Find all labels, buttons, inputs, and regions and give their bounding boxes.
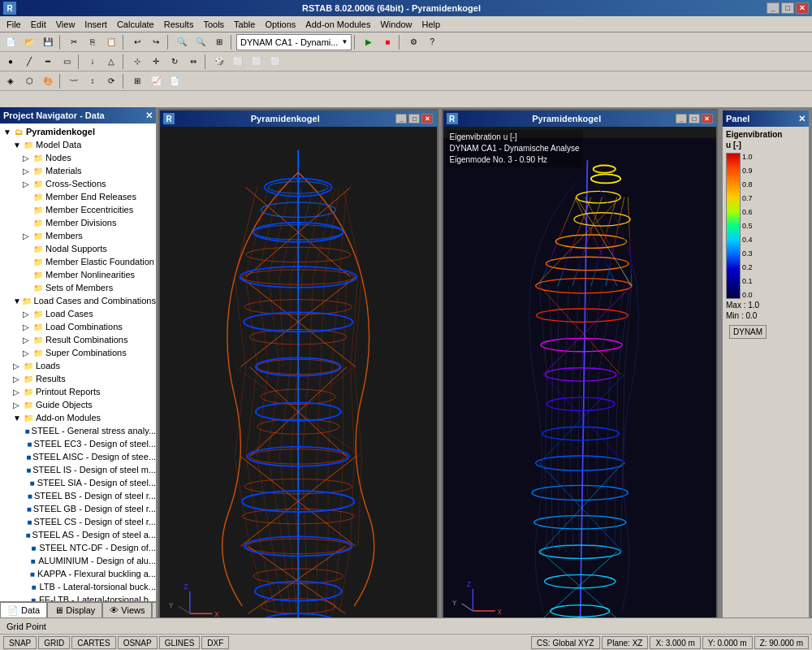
snap-button[interactable]: SNAP (3, 636, 37, 649)
tree-model-data[interactable]: ▼ 📁 Model Data (0, 138, 156, 151)
menu-options[interactable]: Options (260, 18, 300, 31)
tb-zoom-in[interactable]: 🔍 (173, 34, 191, 50)
left-vp-max[interactable]: □ (408, 114, 420, 124)
cartes-button[interactable]: CARTES (71, 636, 115, 649)
tree-results[interactable]: ▷ 📁 Results (0, 372, 156, 385)
left-vp-min[interactable]: _ (395, 114, 407, 124)
expand-nodes[interactable]: ▷ (23, 154, 32, 162)
tb2-top[interactable]: ⬜ (266, 54, 284, 70)
tb-help[interactable]: ? (423, 34, 441, 50)
sidebar-tree[interactable]: ▼ 🗂 Pyramidenkogel ▼ 📁 Model Data ▷ 📁 No… (0, 124, 156, 601)
expand-materials[interactable]: ▷ (23, 167, 32, 176)
tree-materials[interactable]: ▷ 📁 Materials (0, 164, 156, 177)
tree-load-combinations[interactable]: ▷ 📁 Load Combinations (0, 320, 156, 333)
expand-results[interactable]: ▷ (13, 375, 23, 384)
tb2-loads[interactable]: ↓ (84, 54, 102, 70)
tree-sets-of-members[interactable]: 📁 Sets of Members (0, 281, 156, 294)
expand-rc[interactable]: ▷ (23, 336, 32, 344)
left-vp-canvas[interactable]: X Z Y (160, 127, 437, 650)
tree-steel-gb[interactable]: ■ STEEL GB - Design of steel r... (0, 502, 156, 515)
tree-member-eccentricities[interactable]: 📁 Member Eccentricities (0, 203, 156, 216)
tb2-front[interactable]: ⬜ (229, 54, 247, 70)
tb2-view3d[interactable]: 🎲 (210, 54, 228, 70)
tree-steel-ec3[interactable]: ■ STEEL EC3 - Design of steel... (0, 437, 156, 450)
menu-calculate[interactable]: Calculate (112, 18, 159, 31)
expand-loads[interactable]: ▷ (13, 362, 23, 370)
expand-printout[interactable]: ▷ (13, 388, 23, 396)
tb-undo[interactable]: ↩ (128, 34, 146, 50)
tab-views[interactable]: 👁 Views (102, 602, 152, 618)
tb-cut[interactable]: ✂ (65, 34, 83, 50)
expand-members[interactable]: ▷ (23, 232, 32, 240)
tree-steel-is[interactable]: ■ STEEL IS - Design of steel m... (0, 463, 156, 476)
expand-lcc[interactable]: ▼ (13, 297, 22, 306)
tb3-table[interactable]: ⊞ (128, 73, 146, 89)
tab-data[interactable]: 📄 Data (0, 602, 47, 618)
close-button[interactable]: ✕ (796, 2, 809, 14)
tree-cross-sections[interactable]: ▷ 📁 Cross-Sections (0, 177, 156, 190)
menu-window[interactable]: Window (375, 18, 417, 31)
minimize-button[interactable]: _ (767, 2, 780, 14)
tb2-nodes[interactable]: ● (2, 54, 19, 70)
tree-fe-ltb[interactable]: ■ FE-LTB - Lateral-torsional b... (0, 593, 156, 601)
tree-steel-bs[interactable]: ■ STEEL BS - Design of steel r... (0, 489, 156, 502)
tree-steel-sia[interactable]: ■ STEEL SIA - Design of steel... (0, 476, 156, 489)
tb-copy[interactable]: ⎘ (84, 34, 102, 50)
osnap-button[interactable]: OSNAP (118, 636, 158, 649)
right-vp-close[interactable]: ✕ (702, 114, 713, 124)
tree-addons[interactable]: ▼ 📁 Add-on Modules (0, 411, 156, 424)
tree-steel-cs[interactable]: ■ STEEL CS - Design of steel r... (0, 515, 156, 528)
tree-aluminium[interactable]: ■ ALUMINIUM - Design of alu... (0, 554, 156, 567)
menu-help[interactable]: Help (417, 18, 446, 31)
tb2-surfaces[interactable]: ▭ (58, 54, 76, 70)
menu-results[interactable]: Results (159, 18, 199, 31)
tb3-wire[interactable]: ⬡ (20, 73, 38, 89)
tb-run[interactable]: ▶ (360, 34, 378, 50)
tb-save[interactable]: 💾 (39, 34, 57, 50)
expand-addons[interactable]: ▼ (13, 414, 23, 422)
tree-loads[interactable]: ▷ 📁 Loads (0, 359, 156, 372)
tb-settings[interactable]: ⚙ (404, 34, 422, 50)
tb3-report[interactable]: 📄 (166, 73, 184, 89)
expand-lco[interactable]: ▷ (23, 323, 32, 332)
tb2-rotate[interactable]: ↻ (166, 54, 184, 70)
tree-load-cases[interactable]: ▷ 📁 Load Cases (0, 307, 156, 320)
maximize-button[interactable]: □ (781, 2, 794, 14)
tb-stop[interactable]: ■ (378, 34, 396, 50)
tree-members[interactable]: ▷ 📁 Members (0, 229, 156, 242)
right-vp-max[interactable]: □ (689, 114, 700, 124)
tree-root[interactable]: ▼ 🗂 Pyramidenkogel (0, 125, 156, 138)
tree-super-combinations[interactable]: ▷ 📁 Super Combinations (0, 346, 156, 359)
tb-zoom-all[interactable]: ⊞ (210, 34, 228, 50)
tree-lcc[interactable]: ▼ 📁 Load Cases and Combinations (0, 294, 156, 307)
menu-view[interactable]: View (51, 18, 80, 31)
tb-paste[interactable]: 📋 (102, 34, 120, 50)
right-vp-canvas[interactable]: Eigenvibration u [-] DYNAM CA1 - Dynamis… (443, 127, 717, 650)
load-case-dropdown[interactable]: DYNAM CA1 - Dynami... ▼ (236, 34, 352, 50)
tree-nodal-supports[interactable]: 📁 Nodal Supports (0, 242, 156, 255)
expand-lc[interactable]: ▷ (23, 310, 32, 318)
tb-new[interactable]: 📄 (2, 34, 19, 50)
tb2-lines[interactable]: ╱ (20, 54, 38, 70)
tree-steel-aisc[interactable]: ■ STEEL AISC - Design of stee... (0, 450, 156, 463)
tb2-supports[interactable]: △ (102, 54, 120, 70)
tb3-moments[interactable]: ⟳ (102, 73, 120, 89)
menu-file[interactable]: File (2, 18, 26, 31)
glines-button[interactable]: GLINES (159, 636, 201, 649)
tree-kappa[interactable]: ■ KAPPA - Flexural buckling a... (0, 567, 156, 580)
menu-tools[interactable]: Tools (198, 18, 229, 31)
tab-display[interactable]: 🖥 Display (47, 602, 102, 618)
right-vp-min[interactable]: _ (676, 114, 687, 124)
tb-open[interactable]: 📂 (20, 34, 38, 50)
tb3-color[interactable]: 🎨 (39, 73, 57, 89)
tb2-select[interactable]: ⊹ (128, 54, 146, 70)
dynam-button[interactable]: DYNAM (729, 325, 767, 339)
tree-result-combinations[interactable]: ▷ 📁 Result Combinations (0, 333, 156, 346)
expand-model[interactable]: ▼ (13, 141, 23, 150)
menu-edit[interactable]: Edit (26, 18, 51, 31)
tb3-deform[interactable]: 〰 (65, 73, 83, 89)
tb2-side[interactable]: ⬜ (248, 54, 266, 70)
tb-zoom-out[interactable]: 🔍 (192, 34, 209, 50)
expand-cross[interactable]: ▷ (23, 180, 32, 188)
tree-nodes[interactable]: ▷ 📁 Nodes (0, 151, 156, 164)
